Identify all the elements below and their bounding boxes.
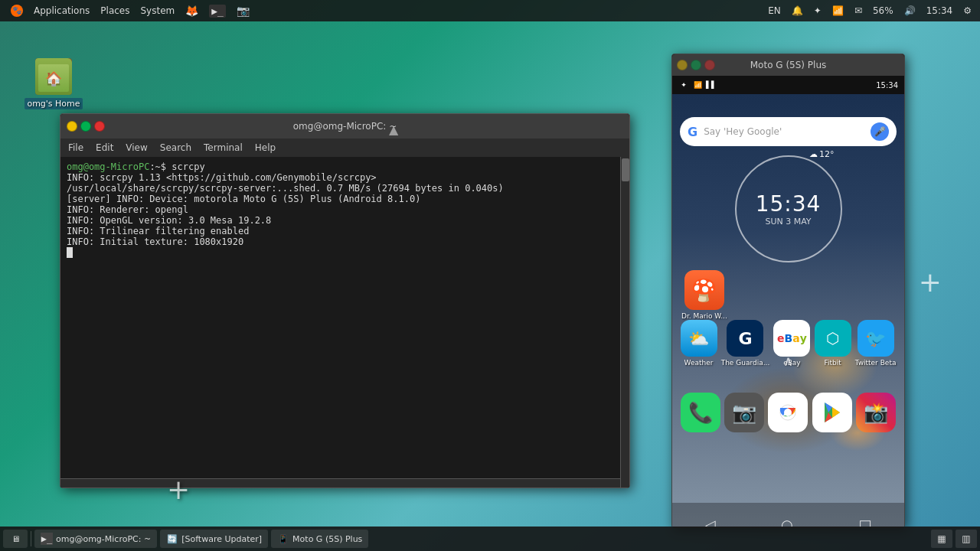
terminal-menu-search[interactable]: Search <box>157 141 194 155</box>
dock-app-whatsapp[interactable]: 📞 <box>681 393 720 432</box>
android-nav-bar: ◁ ○ □ <box>672 503 904 527</box>
dock-app-instagram[interactable]: 📸 <box>856 393 896 432</box>
phone-window: Moto G (5S) Plus ✦ 📶 ▌▌ 15:34 G Say 'H <box>671 54 905 528</box>
add-to-desktop-button[interactable]: + <box>167 474 190 505</box>
settings-icon[interactable]: ⚙ <box>961 4 974 18</box>
terminal-icon[interactable]: ▶_ <box>204 3 230 19</box>
email-icon[interactable]: ✉ <box>852 4 864 18</box>
terminal-window: omg@omg-MicroPC: ~ File Edit View Search… <box>60 113 630 488</box>
terminal-menubar: File Edit View Search Terminal Help <box>60 139 629 157</box>
wifi-icon[interactable]: 📶 <box>830 4 846 18</box>
volume-icon[interactable]: 🔊 <box>902 4 918 18</box>
phone-minimize-button[interactable] <box>677 60 688 70</box>
lang-indicator[interactable]: EN <box>766 4 783 18</box>
home-folder-label: omg's Home <box>24 98 82 109</box>
terminal-menu-view[interactable]: View <box>122 141 150 155</box>
notification-icon[interactable]: 🔔 <box>789 4 805 18</box>
taskbar-right-area: ▦ ▥ <box>931 530 977 548</box>
dock-app-play[interactable] <box>812 393 852 432</box>
terminal-titlebar: omg@omg-MicroPC: ~ <box>60 114 629 139</box>
taskbar-terminal-icon: ▶_ <box>41 533 53 545</box>
terminal-menu-file[interactable]: File <box>65 141 87 155</box>
svg-point-2 <box>784 409 792 416</box>
desktop-icon-taskbar: 🖥 <box>9 533 21 545</box>
taskbar-separator-1 <box>31 531 31 546</box>
phone-title: Moto G (5S) Plus <box>750 60 827 70</box>
top-bar-left: 🐾 Applications Places System 🦊 ▶_ 📷 <box>6 3 254 19</box>
android-status-time: 15:34 <box>876 81 898 90</box>
terminal-scrollbar-bottom[interactable] <box>60 478 620 487</box>
taskbar-terminal-label: omg@omg-MicroPC: ~ <box>56 534 151 544</box>
google-mic-button[interactable]: 🎤 <box>871 122 889 141</box>
minimize-button[interactable] <box>67 121 77 132</box>
terminal-content[interactable]: omg@omg-MicroPC:~$ scrcpy INFO: scrcpy 1… <box>60 157 629 487</box>
app-icon-fitbit[interactable]: ⬡ Fitbit <box>815 320 851 367</box>
taskbar-phone-icon: 📱 <box>277 533 289 545</box>
terminal-menu-help[interactable]: Help <box>252 141 279 155</box>
bluetooth-icon[interactable]: ✦ <box>812 4 824 18</box>
clock-time: 15:34 <box>756 191 822 217</box>
screenshot-icon[interactable]: 📷 <box>232 3 254 18</box>
terminal-title: omg@omg-MicroPC: ~ <box>293 121 397 132</box>
gnome-menu[interactable]: 🐾 <box>6 3 28 18</box>
maximize-button[interactable] <box>80 121 91 132</box>
taskbar-terminal-btn[interactable]: ▶_ omg@omg-MicroPC: ~ <box>34 530 157 548</box>
app-icon-mario[interactable]: 🍄 Dr. Mario W... <box>681 270 727 320</box>
scrollbar-thumb <box>622 158 629 181</box>
desktop: omg's Home omg@omg-MicroPC: ~ File Edit … <box>0 21 980 551</box>
terminal-line-prompt: omg@omg-MicroPC:~$ scrcpy <box>67 161 623 172</box>
google-search-placeholder: Say 'Hey Google' <box>704 126 864 137</box>
terminal-line-2: /usr/local/share/scrcpy/scrcpy-server:..… <box>67 183 623 194</box>
phone-titlebar: Moto G (5S) Plus <box>672 54 904 76</box>
taskbar-updater-icon: 🔄 <box>166 533 178 545</box>
terminal-line-7: INFO: Initial texture: 1080x1920 <box>67 236 623 247</box>
mario-icon-bg: 🍄 <box>684 270 724 310</box>
system-menu[interactable]: System <box>136 4 179 18</box>
clock-circle: ☁ 12° 15:34 SUN 3 MAY <box>735 155 842 262</box>
terminal-line-4: INFO: Renderer: opengl <box>67 204 623 215</box>
desktop-icon-home[interactable]: omg's Home <box>23 58 84 109</box>
close-button[interactable] <box>94 121 105 132</box>
dock-app-camera[interactable]: 📷 <box>724 393 764 432</box>
firefox-icon[interactable]: 🦊 <box>181 3 203 18</box>
taskbar: 🖥 ▶_ omg@omg-MicroPC: ~ 🔄 [Software Upda… <box>0 527 980 551</box>
dock-app-chrome[interactable] <box>768 393 808 432</box>
terminal-menu-edit[interactable]: Edit <box>93 141 116 155</box>
app-icon-weather[interactable]: ⛅ Weather <box>681 320 717 367</box>
clock-widget: ☁ 12° 15:34 SUN 3 MAY <box>735 155 842 262</box>
clock: 15:34 <box>924 4 956 18</box>
terminal-line-6: INFO: Trilinear filtering enabled <box>67 226 623 236</box>
terminal-scrollbar[interactable] <box>620 157 629 487</box>
phone-close-button[interactable] <box>704 60 715 70</box>
applications-menu[interactable]: Applications <box>29 4 94 18</box>
android-home: G Say 'Hey Google' 🎤 ☁ 12° 15:34 SUN 3 M… <box>672 94 904 527</box>
terminal-menu-terminal[interactable]: Terminal <box>201 141 246 155</box>
android-icon-bt: ✦ <box>678 80 689 90</box>
gnome-foot-icon: 🐾 <box>11 5 23 17</box>
top-bar-right: EN 🔔 ✦ 📶 ✉ 56% 🔊 15:34 ⚙ <box>766 4 974 18</box>
taskbar-phone-btn[interactable]: 📱 Moto G (5S) Plus <box>271 530 368 548</box>
add-widget-button[interactable]: + <box>919 266 942 298</box>
terminal-line-5: INFO: OpenGL version: 3.0 Mesa 19.2.8 <box>67 215 623 226</box>
nav-back-button[interactable]: ◁ <box>705 517 716 528</box>
phone-screen: ✦ 📶 ▌▌ 15:34 G Say 'Hey Google' 🎤 <box>672 76 904 527</box>
taskbar-workspace-btn-2[interactable]: ▥ <box>956 530 977 548</box>
swipe-up-indicator: ∧ <box>783 353 793 369</box>
taskbar-updater-btn[interactable]: 🔄 [Software Updater] <box>160 530 268 548</box>
nav-home-button[interactable]: ○ <box>781 517 793 528</box>
android-statusbar: ✦ 📶 ▌▌ 15:34 <box>672 76 904 94</box>
battery-indicator[interactable]: 56% <box>871 4 896 18</box>
nav-recent-button[interactable]: □ <box>858 517 871 528</box>
places-menu[interactable]: Places <box>96 4 134 18</box>
phone-maximize-button[interactable] <box>691 60 701 70</box>
taskbar-phone-label: Moto G (5S) Plus <box>292 534 362 544</box>
taskbar-updater-label: [Software Updater] <box>181 534 262 544</box>
app-icon-twitter[interactable]: 🐦 Twitter Beta <box>855 320 897 367</box>
mario-label: Dr. Mario W... <box>681 312 727 320</box>
taskbar-show-desktop[interactable]: 🖥 <box>3 530 28 548</box>
google-search-bar[interactable]: G Say 'Hey Google' 🎤 <box>680 117 897 146</box>
app-icon-guardian[interactable]: G The Guardia... <box>721 320 770 367</box>
taskbar-workspace-btn-1[interactable]: ▦ <box>931 530 952 548</box>
apps-dock-row: 📞 📷 <box>678 393 898 432</box>
resize-arrow-top: ▲ <box>389 122 398 137</box>
